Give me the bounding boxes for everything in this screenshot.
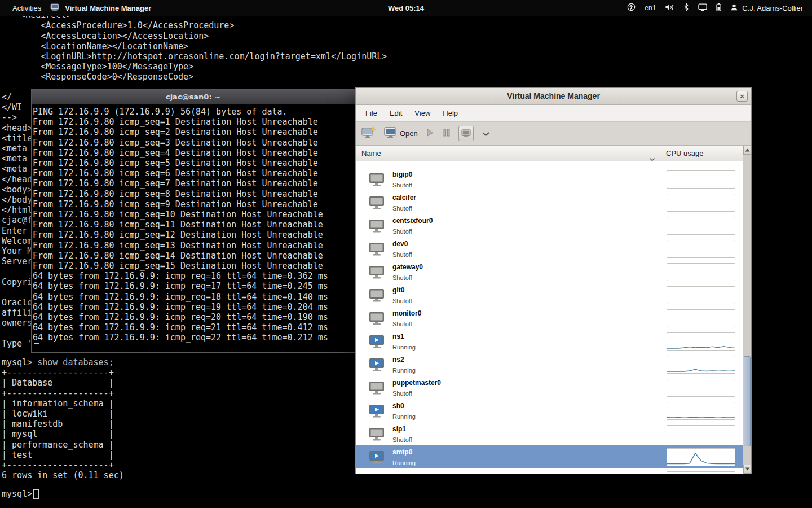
column-header-cpu[interactable]: CPU usage: [660, 146, 743, 161]
vm-status: Shutoff: [392, 297, 412, 304]
vm-name: puppetmaster0: [392, 379, 441, 387]
new-vm-icon: [361, 126, 376, 141]
vm-row[interactable]: sh0 Running: [356, 399, 743, 422]
vmm-content: Name CPU usage bigip0 Shutof: [356, 146, 751, 474]
cpu-usage-cell: [667, 332, 735, 351]
vmm-menubar: File Edit View Help: [356, 105, 751, 122]
vmm-window-title: Virtual Machine Manager: [507, 91, 600, 100]
vm-row[interactable]: git0 Shutoff: [356, 283, 743, 306]
vm-status: Shutoff: [392, 205, 412, 212]
vm-name: ns2: [392, 356, 404, 364]
vm-monitor-icon: [369, 450, 386, 464]
keyboard-layout-indicator[interactable]: en1: [645, 4, 656, 12]
pause-button[interactable]: [443, 128, 451, 139]
vm-row[interactable]: calcifer Shutoff: [356, 191, 743, 214]
shutdown-button[interactable]: [458, 126, 474, 141]
user-name: C.J. Adams-Collier: [742, 4, 803, 12]
vm-row[interactable]: ns2 Running: [356, 353, 743, 376]
vm-monitor-icon: [369, 381, 386, 395]
vm-status: Running: [392, 459, 416, 466]
accessibility-icon[interactable]: [627, 3, 636, 13]
new-vm-button[interactable]: [361, 126, 376, 141]
vm-status: Shutoff: [392, 251, 412, 258]
vm-row[interactable]: centsixfour0 Shutoff: [356, 214, 743, 237]
vm-monitor-icon: [369, 404, 386, 418]
open-button-label: Open: [400, 129, 418, 138]
cpu-usage-cell: [667, 170, 735, 189]
vm-status: Running: [392, 344, 416, 351]
ping-output: PING 172.16.9.9 (172.16.9.9) 56(84) byte…: [32, 104, 355, 343]
scroll-up-button[interactable]: [743, 146, 751, 155]
vm-status: Shutoff: [392, 182, 412, 189]
vm-monitor-icon: [369, 242, 386, 256]
vm-name: sip1: [392, 425, 406, 433]
display-icon[interactable]: [698, 3, 707, 13]
vm-monitor-icon: [369, 265, 386, 279]
vm-name: calcifer: [392, 194, 416, 202]
mysql-prompt: mysql>: [2, 489, 32, 499]
terminal-window[interactable]: cjac@san0: ~ PING 172.16.9.9 (172.16.9.9…: [31, 89, 355, 353]
activities-button[interactable]: Activities: [9, 2, 45, 15]
terminal-title-bar[interactable]: cjac@san0: ~: [32, 90, 355, 104]
cpu-usage-cell: [667, 286, 735, 304]
vm-monitor-icon: [369, 312, 386, 325]
focused-app-title[interactable]: Virtual Machine Manager: [65, 4, 151, 12]
vm-row[interactable]: gateway0 Shutoff: [356, 260, 743, 283]
vm-status: Shutoff: [392, 274, 412, 281]
scroll-down-button[interactable]: [743, 465, 751, 474]
vm-status: Shutoff: [392, 436, 412, 443]
menu-view[interactable]: View: [408, 106, 436, 120]
app-icon: [50, 3, 59, 13]
cpu-usage-cell: [667, 471, 735, 474]
cpu-usage-cell: [667, 240, 735, 258]
close-button[interactable]: ×: [736, 91, 748, 102]
vm-name: centsixfour0: [392, 217, 433, 225]
vm-monitor-icon: [369, 196, 386, 209]
user-menu[interactable]: C.J. Adams-Collier: [730, 3, 803, 13]
terminal-body[interactable]: PING 172.16.9.9 (172.16.9.9) 56(84) byte…: [32, 104, 355, 352]
vm-row[interactable]: puppetmaster0 Shutoff: [356, 376, 743, 399]
terminal-cursor: [34, 343, 39, 352]
menu-help[interactable]: Help: [436, 106, 464, 120]
vm-monitor-icon: [369, 358, 386, 371]
mysql-prompt-line[interactable]: mysql>: [2, 489, 39, 499]
volume-icon[interactable]: [665, 3, 674, 13]
open-button[interactable]: Open: [384, 127, 418, 140]
play-icon: [426, 128, 435, 139]
column-header-name[interactable]: Name: [356, 146, 660, 161]
cpu-usage-cell: [667, 402, 735, 420]
terminal-cursor: [33, 489, 39, 499]
vm-monitor-icon: [369, 173, 386, 186]
name-sort-caret-icon[interactable]: [649, 151, 655, 167]
vm-name: ns1: [392, 332, 404, 340]
cpu-usage-cell: [667, 194, 735, 212]
battery-icon[interactable]: [716, 3, 721, 13]
bluetooth-icon[interactable]: [683, 3, 689, 13]
vm-monitor-icon: [369, 474, 386, 474]
vm-status: Running: [392, 413, 416, 420]
background-terminal-mysql-output: mysql> show databases; +----------------…: [2, 357, 124, 480]
shutdown-menu-caret[interactable]: [482, 129, 490, 139]
menu-edit[interactable]: Edit: [383, 106, 408, 120]
vm-row[interactable]: monitor0 Shutoff: [356, 306, 743, 330]
vm-row[interactable]: bigip0 Shutoff: [356, 168, 743, 191]
vm-status: Running: [392, 367, 416, 374]
background-terminal-left-fragments: </ </WI --> <head> <title <meta <meta <m…: [2, 92, 32, 349]
vertical-scrollbar[interactable]: [743, 146, 751, 474]
cpu-usage-cell: [667, 356, 735, 374]
vm-monitor-icon: [369, 219, 386, 233]
vm-row[interactable]: smtp0 Running: [356, 445, 743, 468]
vm-row[interactable]: ns1 Running: [356, 330, 743, 353]
vm-name: smtp0: [392, 448, 412, 456]
menu-file[interactable]: File: [359, 106, 383, 120]
vm-row[interactable]: dev0 Shutoff: [356, 237, 743, 260]
vmm-title-bar[interactable]: Virtual Machine Manager ×: [356, 88, 751, 105]
vm-row[interactable]: sip1 Shutoff: [356, 422, 743, 445]
cpu-usage-cell: [667, 379, 735, 397]
vmm-window[interactable]: Virtual Machine Manager × File Edit View…: [355, 87, 752, 474]
scrollbar-thumb[interactable]: [744, 356, 751, 446]
vm-monitor-icon: [369, 288, 386, 302]
vm-row[interactable]: test0: [356, 468, 743, 474]
run-button[interactable]: [426, 128, 435, 139]
vm-name: monitor0: [392, 309, 421, 317]
